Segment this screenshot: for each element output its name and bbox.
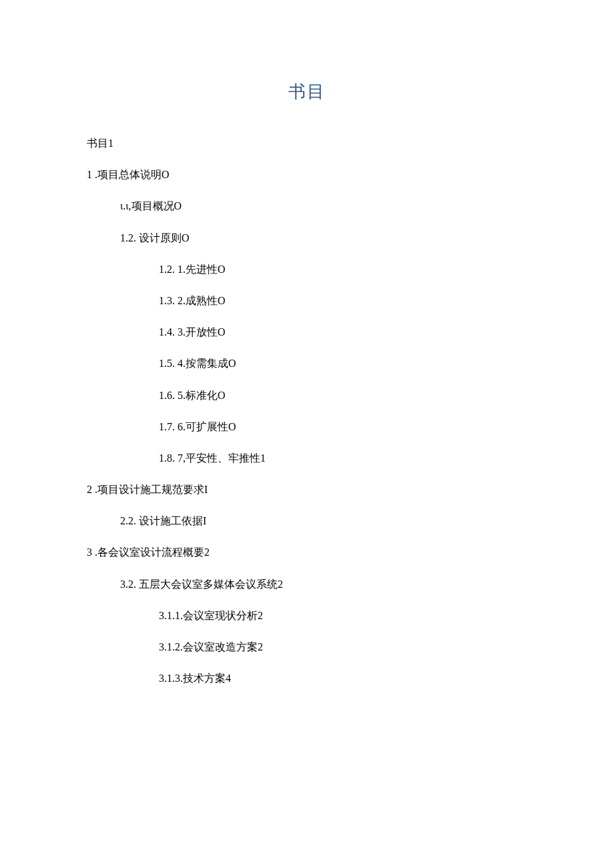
toc-entry: 1.4. 3.开放性O (159, 326, 527, 338)
toc-entry: 1.3. 2.成熟性O (159, 294, 527, 307)
table-of-contents: 书目11 .项目总体说明Oι.ι,项目概况O1.2. 设计原则O1.2. 1.先… (87, 137, 527, 685)
toc-entry: 1 .项目总体说明O (87, 168, 527, 181)
toc-entry: 3.1.3.技术方案4 (159, 672, 527, 685)
toc-entry: ι.ι,项目概况O (120, 199, 527, 212)
toc-entry: 1.7. 6.可扩展性O (159, 420, 527, 433)
toc-entry: 3 .各会议室设计流程概要2 (87, 546, 527, 558)
toc-entry: 1.2. 1.先进性O (159, 263, 527, 276)
toc-entry: 3.1.1.会议室现状分析2 (159, 609, 527, 622)
toc-entry: 3.1.2.会议室改造方案2 (159, 640, 527, 653)
toc-entry: 1.6. 5.标准化O (159, 389, 527, 402)
toc-entry: 1.8. 7,平安性、牢推性1 (159, 452, 527, 464)
toc-entry: 3.2. 五层大会议室多媒体会议系统2 (120, 578, 527, 590)
page-title: 书目 (87, 80, 527, 103)
toc-entry: 1.5. 4.按需集成O (159, 357, 527, 370)
toc-entry: 2.2. 设计施工依据I (120, 514, 527, 527)
toc-entry: 1.2. 设计原则O (120, 232, 527, 244)
toc-entry: 2 .项目设计施工规范要求I (87, 483, 527, 496)
document-page: 书目 书目11 .项目总体说明Oι.ι,项目概况O1.2. 设计原则O1.2. … (0, 0, 614, 685)
toc-entry: 书目1 (87, 137, 527, 149)
